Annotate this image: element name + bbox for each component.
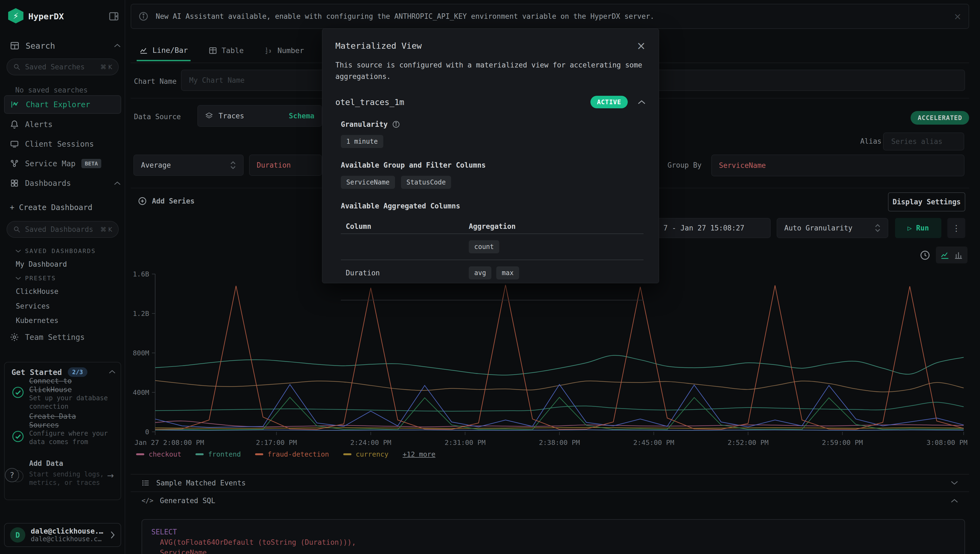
help-button[interactable]: ? [5,468,19,482]
sidebar-item-client-sessions[interactable]: Client Sessions [10,139,94,148]
modal-close-icon[interactable]: × [636,41,646,50]
sidebar-link-services[interactable]: Services [16,302,50,310]
sidebar-item-service-map[interactable]: Service Map BETA [10,159,101,168]
chart-mode-toggle [936,247,967,263]
chevron-up-icon[interactable] [637,99,646,105]
chevron-down-icon [951,481,958,486]
user-name: dale@clickhouse.… [31,527,104,535]
svg-text:Jan 27 2:08:00 PM: Jan 27 2:08:00 PM [134,439,204,447]
granularity-select[interactable]: Auto Granularity [777,218,888,238]
check-circle-icon [11,386,24,399]
get-started-item-title[interactable]: Connect to ClickHouse [29,377,82,394]
chart-explorer-icon [11,100,20,109]
schema-link[interactable]: Schema [289,112,314,120]
legend-item[interactable]: fraud-detection [255,451,329,458]
clock-icon[interactable] [919,250,931,261]
sidebar-link-clickhouse[interactable]: ClickHouse [16,287,59,296]
group-by-field[interactable]: ServiceName [711,154,964,176]
sample-events-label: Sample Matched Events [156,479,246,487]
tab-table[interactable]: Table [206,41,246,60]
data-source-select[interactable]: Traces Schema [198,105,322,127]
materialized-view-modal: Materialized View × This source is confi… [322,29,659,283]
sample-events-accordion[interactable]: Sample Matched Events [131,474,969,492]
aggregation-select[interactable]: Average [133,154,244,176]
sidebar: ⚡ HyperDX Search ⌘ K No saved searches C… [0,0,125,554]
get-started-item-subtitle: Configure where your data comes from [29,429,108,446]
line-mode-icon[interactable] [940,250,950,259]
group-by-value: ServiceName [719,161,766,170]
run-button[interactable]: ▷ Run [895,218,941,238]
saved-searches-search[interactable]: ⌘ K [6,59,119,75]
sidebar-item-dashboards[interactable]: Dashboards [10,178,71,188]
chevron-up-icon[interactable] [114,181,121,186]
group-by-label: Group By [668,161,701,169]
sidebar-item-alerts[interactable]: Alerts [10,120,53,129]
group-presets[interactable]: PRESETS [15,275,56,282]
sidebar-item-team-settings[interactable]: Team Settings [10,333,84,342]
line-chart-icon [139,46,148,54]
legend-item[interactable]: currency [343,451,389,458]
display-settings-button[interactable]: Display Settings [888,193,965,212]
group-saved-dashboards[interactable]: SAVED DASHBOARDS [15,248,96,255]
shortcut-hint: ⌘ K [100,226,112,233]
sidebar-item-search[interactable]: Search [10,41,55,51]
legend-item[interactable]: checkout [136,451,181,458]
date-range-picker[interactable]: 7 - Jan 27 15:08:27 [650,218,771,238]
search-section-icon [10,41,20,51]
svg-text:1.2B: 1.2B [133,310,149,318]
alias-input[interactable] [891,137,956,146]
sidebar-link-my-dashboard[interactable]: My Dashboard [16,260,67,268]
chevron-up-icon[interactable] [114,43,121,48]
legend-items: checkoutfrontendfraud-detectioncurrency [136,451,403,458]
svg-text:400M: 400M [133,388,149,396]
legend-item[interactable]: frontend [196,451,241,458]
progress-badge: 2/3 [68,367,88,377]
table-header-column: Column [341,222,469,231]
alias-label: Alias [860,137,881,145]
bar-mode-icon[interactable] [954,250,963,259]
tab-number[interactable]: 123 Number [261,41,307,60]
add-series-button[interactable]: Add Series [138,196,194,206]
layers-icon [205,112,213,120]
beta-badge: BETA [81,159,101,168]
info-icon[interactable] [392,120,400,129]
bell-icon [10,120,19,129]
avatar: D [10,527,25,543]
arrow-right-icon[interactable]: → [107,471,114,480]
legend-swatch [196,453,204,455]
aggregation-chip: avg [469,266,491,279]
sidebar-collapse-icon[interactable] [108,11,119,22]
get-started-item-title[interactable]: Create Data Sources [29,412,82,429]
table-row: Duration avg max [341,260,644,286]
svg-text:2:31:00 PM: 2:31:00 PM [445,439,486,447]
generated-sql-accordion[interactable]: </> Generated SQL [131,492,969,509]
granularity-value-chip: 1 minute [341,135,383,148]
aggregation-chip: max [496,266,519,279]
app-title: HyperDX [28,11,64,21]
code-icon: </> [142,497,153,505]
kebab-menu-button[interactable]: ⋮ [947,218,965,238]
plus-circle-icon [138,196,147,206]
saved-searches-input[interactable] [24,62,97,71]
get-started-item-subtitle: Set up your database connection [29,394,108,411]
sidebar-item-chart-explorer[interactable]: Chart Explorer [4,95,121,114]
chevron-up-icon[interactable] [108,369,116,374]
get-started-item-subtitle: Start sending logs, metrics, or traces [29,470,108,487]
sidebar-link-kubernetes[interactable]: Kubernetes [16,317,59,325]
filter-column-chip: StatusCode [401,176,451,189]
select-chevrons-icon [230,161,236,170]
user-menu[interactable]: D dale@clickhouse.… dale@clickhouse.c… [4,523,121,547]
modal-title: Materialized View [335,41,422,51]
get-started-item-title[interactable]: Add Data [29,459,63,468]
tab-line-bar[interactable]: Line/Bar [137,41,191,61]
banner-close-icon[interactable]: × [954,11,962,22]
saved-dashboards-search[interactable]: ⌘ K [6,221,119,238]
ai-assistant-banner: New AI Assistant available, enable with … [131,4,969,29]
alias-field[interactable] [883,132,964,150]
create-dashboard-button[interactable]: + Create Dashboard [10,203,92,212]
field-input[interactable]: Duration [249,154,322,176]
saved-dashboards-input[interactable] [24,225,97,234]
info-icon [138,11,149,21]
shortcut-hint: ⌘ K [100,64,112,70]
legend-more-link[interactable]: +12 more [403,451,435,458]
